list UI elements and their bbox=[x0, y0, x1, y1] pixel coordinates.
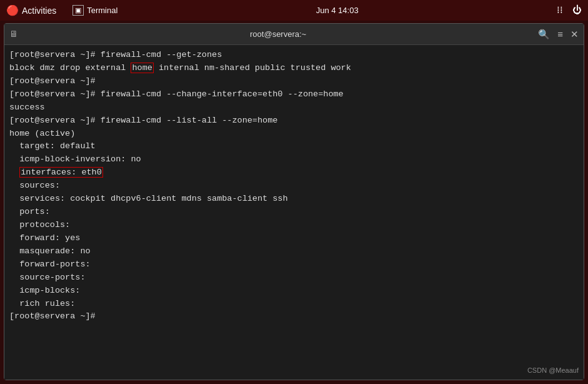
terminal-line-3: [root@servera ~]# bbox=[9, 75, 579, 88]
terminal-taskbar-label: Terminal bbox=[87, 6, 117, 15]
terminal-line-13: ports: bbox=[9, 206, 579, 219]
terminal-line-11: sources: bbox=[9, 179, 579, 193]
power-icon[interactable]: ⏻ bbox=[572, 5, 582, 16]
terminal-title: root@servera:~ bbox=[250, 29, 306, 39]
activities-label: Activities bbox=[22, 6, 56, 16]
search-button[interactable]: 🔍 bbox=[538, 29, 550, 40]
terminal-taskbar-icon: ▣ bbox=[72, 5, 84, 16]
terminal-line-20: rich rules: bbox=[9, 298, 579, 311]
terminal-line-17: forward-ports: bbox=[9, 258, 579, 271]
close-button[interactable]: ✕ bbox=[571, 29, 579, 40]
terminal-line-7: home (active) bbox=[9, 128, 579, 141]
system-bar: 🔴 Activities ▣ Terminal Jun 4 14:03 ⁞⁞ ⏻ bbox=[0, 0, 588, 21]
highlight-home: home bbox=[131, 63, 153, 73]
watermark: CSDN @Meaauf bbox=[527, 365, 579, 376]
terminal-titlebar: 🖥 root@servera:~ 🔍 ≡ ✕ bbox=[4, 24, 584, 45]
terminal-line-9: icmp-block-inversion: no bbox=[9, 153, 579, 166]
terminal-line-4: [root@servera ~]# firewall-cmd --change-… bbox=[9, 88, 579, 101]
terminal-line-8: target: default bbox=[9, 140, 579, 153]
highlight-interfaces: interfaces: eth0 bbox=[19, 167, 103, 178]
network-icon[interactable]: ⁞⁞ bbox=[557, 4, 563, 16]
terminal-line-1: [root@servera ~]# firewall-cmd --get-zon… bbox=[9, 49, 579, 62]
terminal-line-5: success bbox=[9, 101, 579, 114]
gnome-icon: 🔴 bbox=[6, 4, 19, 16]
terminal-line-19: icmp-blocks: bbox=[9, 285, 579, 298]
terminal-taskbar-item[interactable]: ▣ Terminal bbox=[72, 5, 117, 16]
terminal-page-icon: 🖥 bbox=[9, 29, 18, 39]
terminal-line-2: block dmz drop external home internal nm… bbox=[9, 62, 579, 75]
system-bar-right: ⁞⁞ ⏻ bbox=[557, 4, 582, 16]
terminal-line-12: services: cockpit dhcpv6-client mdns sam… bbox=[9, 193, 579, 206]
titlebar-controls: 🔍 ≡ ✕ bbox=[538, 29, 579, 40]
terminal-window: 🖥 root@servera:~ 🔍 ≡ ✕ [root@servera ~]#… bbox=[4, 23, 584, 380]
system-bar-left: 🔴 Activities ▣ Terminal bbox=[6, 4, 117, 16]
terminal-line-18: source-ports: bbox=[9, 271, 579, 285]
terminal-line-16: masquerade: no bbox=[9, 245, 579, 258]
titlebar-left: 🖥 bbox=[9, 29, 18, 39]
terminal-line-14: protocols: bbox=[9, 219, 579, 232]
system-datetime: Jun 4 14:03 bbox=[316, 6, 359, 15]
terminal-content[interactable]: [root@servera ~]# firewall-cmd --get-zon… bbox=[4, 45, 584, 380]
terminal-line-15: forward: yes bbox=[9, 232, 579, 245]
terminal-line-6: [root@servera ~]# firewall-cmd --list-al… bbox=[9, 114, 579, 128]
terminal-line-21: [root@servera ~]# bbox=[9, 310, 579, 323]
activities-button[interactable]: 🔴 Activities bbox=[6, 4, 56, 16]
terminal-line-10: interfaces: eth0 bbox=[9, 166, 579, 179]
menu-button[interactable]: ≡ bbox=[557, 29, 563, 39]
